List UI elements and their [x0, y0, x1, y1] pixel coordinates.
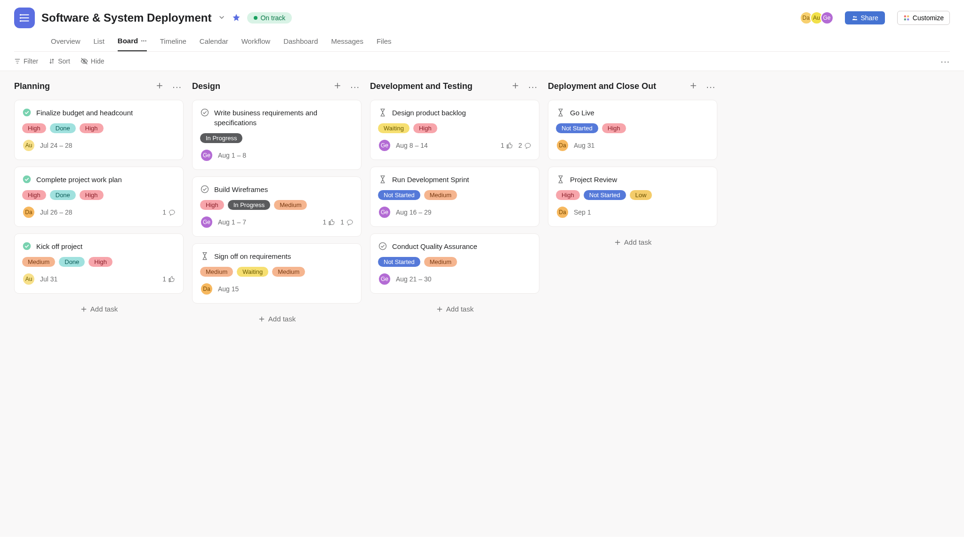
- column-title[interactable]: Deployment and Close Out: [548, 81, 683, 91]
- task-card[interactable]: Go LiveNot StartedHighDaAug 31: [548, 100, 717, 160]
- hourglass-icon[interactable]: [378, 175, 387, 184]
- tag[interactable]: High: [80, 190, 104, 200]
- tag[interactable]: In Progress: [228, 200, 270, 210]
- tag[interactable]: Not Started: [584, 190, 626, 200]
- customize-button[interactable]: Customize: [897, 11, 950, 25]
- column-add-icon[interactable]: [331, 80, 344, 93]
- like-icon[interactable]: [506, 142, 514, 149]
- tag[interactable]: Medium: [424, 190, 457, 200]
- tab-timeline[interactable]: Timeline: [160, 37, 186, 51]
- tag[interactable]: Waiting: [237, 267, 268, 277]
- tag[interactable]: High: [556, 190, 580, 200]
- add-task-button[interactable]: Add task: [14, 300, 184, 318]
- tag[interactable]: High: [88, 257, 112, 267]
- task-check-icon[interactable]: [200, 108, 209, 117]
- assignee-avatar[interactable]: Ge: [378, 272, 391, 286]
- tag[interactable]: Done: [50, 123, 76, 133]
- assignee-avatar[interactable]: Au: [22, 272, 35, 286]
- assignee-avatar[interactable]: Ge: [378, 206, 391, 219]
- task-card[interactable]: Build WireframesHighIn ProgressMediumGeA…: [192, 176, 362, 237]
- hourglass-icon[interactable]: [556, 108, 565, 117]
- task-card[interactable]: Write business requirements and specific…: [192, 100, 362, 170]
- tag[interactable]: Medium: [274, 200, 307, 210]
- assignee-avatar[interactable]: Ge: [200, 216, 213, 229]
- task-card[interactable]: Conduct Quality AssuranceNot StartedMedi…: [370, 233, 539, 294]
- task-complete-icon[interactable]: [22, 175, 32, 184]
- tag[interactable]: In Progress: [200, 133, 242, 143]
- like-count[interactable]: 1: [500, 142, 514, 149]
- tag[interactable]: High: [22, 123, 46, 133]
- column-more-icon[interactable]: ···: [348, 82, 362, 91]
- tab-list[interactable]: List: [94, 37, 104, 51]
- add-task-button[interactable]: Add task: [370, 300, 539, 318]
- tag[interactable]: High: [413, 123, 437, 133]
- task-card[interactable]: Sign off on requirementsMediumWaitingMed…: [192, 243, 362, 304]
- comment-icon[interactable]: [346, 218, 353, 226]
- task-card[interactable]: Design product backlogWaitingHighGeAug 8…: [370, 100, 539, 160]
- project-icon[interactable]: [14, 8, 35, 28]
- column-add-icon[interactable]: [509, 80, 522, 93]
- tab-overview[interactable]: Overview: [51, 37, 80, 51]
- tag[interactable]: Medium: [200, 267, 233, 277]
- tag[interactable]: Medium: [272, 267, 305, 277]
- comment-count[interactable]: 1: [340, 218, 353, 226]
- task-card[interactable]: Complete project work planHighDoneHighDa…: [14, 167, 184, 227]
- status-pill[interactable]: On track: [247, 12, 292, 24]
- column-add-icon[interactable]: [687, 80, 699, 93]
- column-more-icon[interactable]: ···: [526, 82, 539, 91]
- tab-dashboard[interactable]: Dashboard: [283, 37, 318, 51]
- project-title[interactable]: Software & System Deployment: [41, 11, 211, 24]
- tab-more-icon[interactable]: ···: [141, 37, 147, 45]
- assignee-avatar[interactable]: Ge: [200, 149, 213, 162]
- column-title[interactable]: Planning: [14, 81, 149, 91]
- comment-count[interactable]: 2: [518, 142, 531, 149]
- task-check-icon[interactable]: [200, 184, 209, 194]
- add-task-button[interactable]: Add task: [548, 233, 717, 251]
- like-count[interactable]: 1: [322, 218, 336, 226]
- like-icon[interactable]: [328, 218, 336, 226]
- like-icon[interactable]: [168, 275, 176, 283]
- member-avatar[interactable]: Ge: [820, 11, 834, 24]
- column-title[interactable]: Design: [192, 81, 327, 91]
- column-add-icon[interactable]: [153, 80, 166, 93]
- tag[interactable]: Medium: [22, 257, 55, 267]
- tab-files[interactable]: Files: [377, 37, 392, 51]
- task-check-icon[interactable]: [378, 241, 387, 251]
- column-more-icon[interactable]: ···: [704, 82, 717, 91]
- tag[interactable]: Done: [59, 257, 85, 267]
- assignee-avatar[interactable]: Ge: [378, 139, 391, 152]
- tab-messages[interactable]: Messages: [331, 37, 363, 51]
- tab-calendar[interactable]: Calendar: [200, 37, 228, 51]
- tag[interactable]: Not Started: [556, 123, 598, 133]
- task-card[interactable]: Project ReviewHighNot StartedLowDaSep 1: [548, 167, 717, 227]
- hide-button[interactable]: Hide: [80, 57, 104, 65]
- filter-button[interactable]: Filter: [14, 57, 38, 65]
- add-task-button[interactable]: Add task: [192, 310, 362, 328]
- task-complete-icon[interactable]: [22, 241, 32, 251]
- assignee-avatar[interactable]: Da: [556, 206, 569, 219]
- column-more-icon[interactable]: ···: [170, 82, 184, 91]
- tag[interactable]: High: [80, 123, 104, 133]
- board-more-icon[interactable]: ···: [940, 59, 950, 64]
- column-title[interactable]: Development and Testing: [370, 81, 505, 91]
- member-avatars[interactable]: DaAuGe: [803, 11, 834, 24]
- comment-count[interactable]: 1: [162, 208, 176, 216]
- assignee-avatar[interactable]: Au: [22, 139, 35, 152]
- chevron-down-icon[interactable]: [218, 14, 225, 23]
- tag[interactable]: High: [200, 200, 224, 210]
- tab-workflow[interactable]: Workflow: [241, 37, 270, 51]
- comment-icon[interactable]: [524, 142, 531, 149]
- tag[interactable]: Medium: [424, 257, 457, 267]
- task-card[interactable]: Kick off projectMediumDoneHighAuJul 311: [14, 233, 184, 294]
- tab-board[interactable]: Board···: [118, 37, 147, 51]
- tag[interactable]: Not Started: [378, 190, 420, 200]
- tag[interactable]: Not Started: [378, 257, 420, 267]
- task-complete-icon[interactable]: [22, 108, 32, 117]
- comment-icon[interactable]: [168, 208, 176, 216]
- tag[interactable]: Waiting: [378, 123, 410, 133]
- assignee-avatar[interactable]: Da: [200, 282, 213, 296]
- hourglass-icon[interactable]: [556, 175, 565, 184]
- task-card[interactable]: Finalize budget and headcountHighDoneHig…: [14, 100, 184, 160]
- tag[interactable]: High: [22, 190, 46, 200]
- tag[interactable]: High: [602, 123, 626, 133]
